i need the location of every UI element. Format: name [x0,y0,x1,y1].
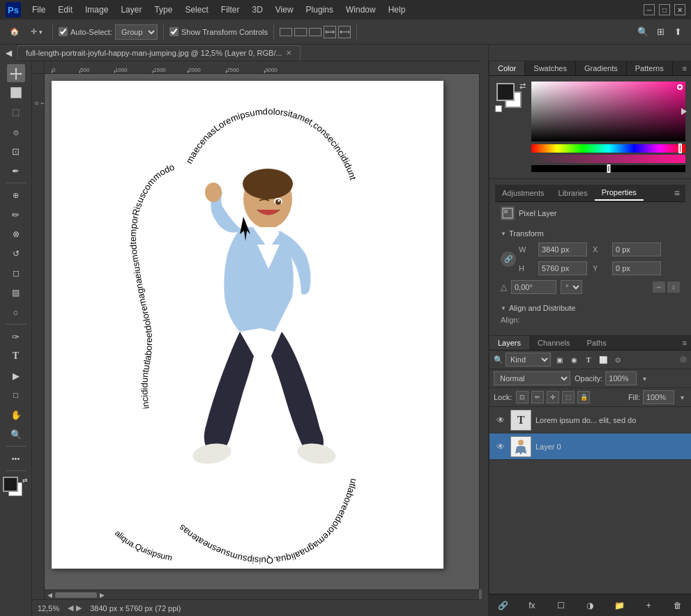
align-header[interactable]: ▼ Align and Distribute [501,302,680,314]
status-nav-right[interactable]: ▶ [76,603,82,613]
menu-select[interactable]: Select [179,3,213,16]
close-button[interactable]: ✕ [674,4,685,15]
path-selection-tool[interactable]: ▶ [7,367,25,385]
color-expand-icon[interactable] [681,108,687,115]
color-tab[interactable]: Color [489,61,525,75]
show-transform-checkbox[interactable] [169,27,179,36]
align-left-button[interactable] [280,28,292,36]
brush-tool[interactable]: ✏ [7,206,25,224]
width-input[interactable] [538,242,587,256]
layers-tab[interactable]: Layers [489,336,529,350]
pen-tool[interactable]: ✑ [7,328,25,346]
fill-dropdown-icon[interactable]: ▾ [677,392,687,402]
reset-colors-icon[interactable] [495,105,502,112]
document-tab[interactable]: full-length-portrait-joyful-happy-man-ju… [17,45,301,61]
menu-help[interactable]: Help [383,3,411,16]
link-layers-icon[interactable]: 🔗 [495,598,510,613]
distribute-v-button[interactable]: ⟻ [338,26,351,38]
flip-h-icon[interactable]: ↔ [653,282,665,293]
properties-menu-icon[interactable]: ≡ [669,185,685,201]
gradients-tab[interactable]: Gradients [576,61,627,75]
filter-type-icon[interactable]: T [582,353,595,366]
move-tool[interactable] [7,64,25,82]
filter-pixel-icon[interactable]: ▣ [553,353,565,366]
lock-all-icon[interactable]: 🔒 [577,391,590,403]
group-layers-icon[interactable]: 📁 [612,598,627,613]
lock-transform-icon[interactable]: ⬚ [562,391,575,403]
filter-adjust-icon[interactable]: ◉ [568,353,580,366]
menu-view[interactable]: View [270,3,299,16]
scroll-left-icon[interactable]: ◀ [47,592,52,599]
canvas-scroll[interactable]: maecenasLoremipsumdolorsitamet,consecinc… [45,74,489,599]
adjustments-tab[interactable]: Adjustments [495,186,552,200]
rotation-input[interactable] [511,280,556,294]
menu-layer[interactable]: Layer [115,3,147,16]
artboard-tool[interactable] [7,84,25,102]
delete-layer-icon[interactable]: 🗑 [670,598,685,613]
type-tool[interactable]: T [7,347,25,365]
filter-shape-icon[interactable]: ⬜ [597,353,609,366]
home-button[interactable]: 🏠 [6,25,24,38]
alpha-slider[interactable] [531,155,685,163]
adjustment-layer-icon[interactable]: ◑ [582,598,598,613]
gradient-tool[interactable]: ▨ [7,284,25,302]
panel-resize-handle[interactable] [482,45,489,616]
patterns-tab[interactable]: Patterns [627,61,673,75]
channels-tab[interactable]: Channels [529,336,578,350]
search-icon[interactable]: 🔍 [635,24,651,40]
blend-mode-select[interactable]: Normal Multiply Screen Overlay [494,371,570,385]
hue-slider[interactable] [531,144,685,153]
horizontal-scrollbar[interactable]: ◀ ▶ [45,590,479,599]
filter-smart-icon[interactable]: ⊙ [612,353,624,366]
menu-3d[interactable]: 3D [246,3,268,16]
menu-filter[interactable]: Filter [215,3,245,16]
x-input[interactable] [612,242,661,256]
layer-item-text[interactable]: 👁 T Lorem ipsum do... elit, sed do [489,407,691,433]
constrain-proportions-icon[interactable]: 🔗 [501,252,516,267]
opacity-input[interactable] [605,371,637,385]
lock-position-icon[interactable]: ✏ [531,391,544,403]
auto-select-dropdown[interactable]: Group Layer [115,24,158,40]
horizontal-scroll-thumb[interactable] [55,592,97,598]
properties-tab[interactable]: Properties [595,185,644,201]
paths-tab[interactable]: Paths [579,336,615,350]
dodge-tool[interactable]: ○ [7,303,25,321]
eyedropper-tool[interactable]: ✒ [7,162,25,180]
align-right-button[interactable] [309,28,321,36]
fg-color[interactable] [496,83,515,101]
swatches-tab[interactable]: Swatches [525,61,576,75]
menu-file[interactable]: File [26,3,51,16]
menu-window[interactable]: Window [340,3,381,16]
tab-close-icon[interactable]: × [287,47,292,58]
flip-v-icon[interactable]: ↕ [667,282,680,293]
rotation-dropdown[interactable]: ° [561,280,582,294]
color-panel-menu-icon[interactable]: ≡ [678,61,691,75]
fill-input[interactable] [643,390,674,404]
libraries-tab[interactable]: Libraries [552,186,595,200]
rectangle-tool[interactable]: □ [7,386,25,404]
menu-edit[interactable]: Edit [52,3,78,16]
swap-fg-bg-icon[interactable]: ⇄ [519,82,526,91]
hand-tool[interactable]: ✋ [7,406,25,424]
select-tool[interactable]: ⬚ [7,103,25,121]
opacity-dropdown-icon[interactable]: ▾ [639,374,649,383]
menu-image[interactable]: Image [79,3,114,16]
layer-mask-icon[interactable]: ☐ [554,598,569,613]
zoom-tool[interactable]: 🔍 [7,425,25,443]
clone-tool[interactable]: ⊗ [7,225,25,243]
color-swatches[interactable]: ⇄ [3,477,29,503]
align-center-button[interactable] [294,28,307,36]
layer-effects-icon[interactable]: fx [524,598,540,613]
layer-item-0[interactable]: 👁 Layer 0 [489,433,691,460]
lock-artboards-icon[interactable]: ✛ [547,391,559,403]
y-input[interactable] [612,261,661,275]
height-input[interactable] [538,261,587,275]
arrange-icon[interactable]: ⊞ [653,24,668,40]
color-gradient-picker[interactable] [531,82,685,141]
fg-color-swatch[interactable] [3,477,18,492]
more-tools[interactable]: ••• [7,449,25,468]
healing-tool[interactable]: ⊕ [7,186,25,204]
layer-eye-text[interactable]: 👁 [495,415,506,426]
minimize-button[interactable]: ─ [644,4,655,15]
kind-select[interactable]: Kind [506,353,551,367]
